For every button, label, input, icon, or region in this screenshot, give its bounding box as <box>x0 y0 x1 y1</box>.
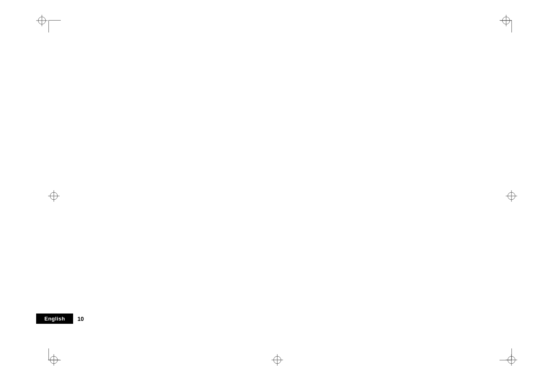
trim-bottom-right-h <box>500 360 512 360</box>
language-badge: English <box>36 314 73 324</box>
label-bar: English 10 <box>36 314 84 324</box>
trim-top-right-v <box>511 20 512 32</box>
page-number: 10 <box>77 316 84 322</box>
trim-top-right-h <box>500 20 512 21</box>
trim-bottom-left-v <box>48 348 49 360</box>
reg-mark-middle-right <box>506 190 517 202</box>
trim-top-left-h <box>48 20 61 21</box>
page: English 10 <box>0 0 555 392</box>
trim-bottom-right-v <box>511 348 512 360</box>
trim-top-left-v <box>48 20 49 32</box>
reg-mark-top-right <box>500 15 512 26</box>
trim-bottom-left-h <box>48 360 61 360</box>
reg-mark-middle-left <box>48 190 60 202</box>
reg-mark-bottom-center <box>272 354 283 366</box>
reg-mark-top-left <box>36 15 48 26</box>
